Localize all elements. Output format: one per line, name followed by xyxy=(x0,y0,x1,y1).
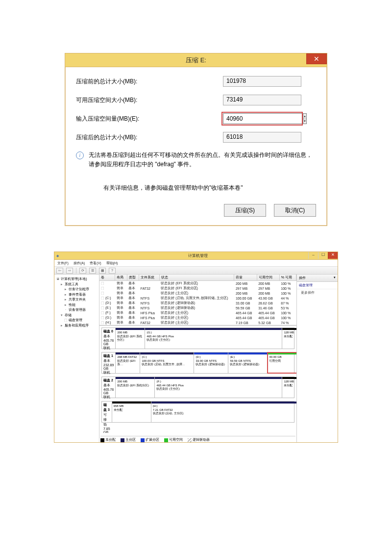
col-fs[interactable]: 文件系统 xyxy=(139,275,160,281)
dm-titlebar: ◆ 计算机管理 – ☐ ✕ xyxy=(54,252,338,260)
volume-list: 卷 布局 类型 文件系统 状态 容量 可用空间 % 可用 简单基本状态良好 (E… xyxy=(99,275,296,326)
col-cap[interactable]: 容量 xyxy=(234,275,257,281)
menu-view[interactable]: 查看(V) xyxy=(90,261,101,266)
partition[interactable]: (C:)100.00 GB NTFS状态良好 (启动, 页面文件, 故障… xyxy=(140,353,194,373)
tree-disk-management[interactable]: ⬚磁盘管理 xyxy=(56,318,98,323)
legend-unalloc: 未分配 xyxy=(100,437,116,442)
tree-storage[interactable]: ▾存储 xyxy=(56,313,98,318)
row-total-after: 压缩后的总计大小(MB): 61018 xyxy=(76,132,316,143)
label-total-before: 压缩前的总计大小(MB): xyxy=(76,77,223,86)
disk-row: 磁盘 3可移动7.85 GB联机658 MB未分配(H:)7.21 GB FAT… xyxy=(101,401,294,423)
shrink-amount-input[interactable] xyxy=(223,113,303,124)
minimize-button[interactable]: – xyxy=(308,252,318,259)
info-text: 无法将卷压缩到超出任何不可移动的文件所在的点。有关完成该操作时间的详细信息，请参… xyxy=(89,151,316,169)
dm-toolbar: ⇦ ⇨ ⟳ ☰ ▦ ? xyxy=(54,267,338,275)
actions-section[interactable]: 磁盘管理 xyxy=(297,282,338,289)
legend-primary: 主分区 xyxy=(121,437,136,442)
table-row[interactable]: (C:)简单基本NTFS状态良好 (启动, 页面文件, 故障转储, 主分区)10… xyxy=(99,296,296,301)
legend-extended: 扩展分区 xyxy=(141,437,159,442)
tree-shared-folders[interactable]: ▸共享文件夹 xyxy=(56,297,98,303)
shrink-amount-spinner[interactable]: ▲ ▼ xyxy=(223,113,301,124)
partition[interactable]: (G:)465.44 GB HFS Plus状态良好 (主分区) xyxy=(145,328,282,349)
spinner-down-icon[interactable]: ▼ xyxy=(303,119,306,124)
col-type[interactable]: 类型 xyxy=(127,275,139,281)
info-row: i 无法将卷压缩到超出任何不可移动的文件所在的点。有关完成该操作时间的详细信息，… xyxy=(76,151,316,169)
table-row[interactable]: 简单基本状态良好 (主分区)200 MB200 MB100 % xyxy=(99,291,296,296)
table-row[interactable]: (G:)简单基本HFS Plus状态良好 (主分区)465.44 GB465.4… xyxy=(99,315,296,320)
toolbar-back-icon[interactable]: ⇦ xyxy=(56,268,63,274)
col-status[interactable]: 状态 xyxy=(159,275,234,281)
disk-row: 磁盘 0基本465.76 GB联机200 MB状态良好 (EFI 系统分区)(G… xyxy=(101,328,294,349)
table-row[interactable]: (E:)简单基本NTFS状态良好 (逻辑驱动器)59.59 GB31.46 GB… xyxy=(99,305,296,310)
tree-services[interactable]: ▸服务和应用程序 xyxy=(56,323,98,328)
tree-root[interactable]: 🖥计算机管理(本地) xyxy=(56,277,98,282)
legend-logical: 逻辑驱动器 xyxy=(188,437,210,442)
volume-header-row: 卷 布局 类型 文件系统 状态 容量 可用空间 % 可用 xyxy=(99,275,296,281)
table-row[interactable]: (D:)简单基本NTFS状态良好 (逻辑驱动器)33.00 GB28.62 GB… xyxy=(99,301,296,305)
partition[interactable]: 128 MB未分配 xyxy=(282,377,296,398)
col-free[interactable]: 可用空间 xyxy=(257,275,279,281)
window-controls: – ☐ ✕ xyxy=(308,252,338,259)
toolbar-refresh-icon[interactable]: ⟳ xyxy=(79,268,86,274)
table-row[interactable]: 简单基本状态良好 (EFI 系统分区)200 MB200 MB100 % xyxy=(99,281,296,286)
table-row[interactable]: (H:)简单基本FAT32状态良好 (主分区)7.19 GB5.32 GB74 … xyxy=(99,320,296,325)
table-row[interactable]: (F:)简单基本HFS Plus状态良好 (主分区)465.44 GB465.4… xyxy=(99,310,296,315)
tree-performance[interactable]: ▸性能 xyxy=(56,303,98,308)
toolbar-forward-icon[interactable]: ⇨ xyxy=(66,268,73,274)
spinner-arrows[interactable]: ▲ ▼ xyxy=(303,113,307,124)
row-total-before: 压缩前的总计大小(MB): 101978 xyxy=(76,76,316,87)
partition[interactable]: 658 MB未分配 xyxy=(112,402,151,422)
label-total-after: 压缩后的总计大小(MB): xyxy=(76,133,223,142)
col-pct[interactable]: % 可用 xyxy=(279,275,296,281)
dialog-titlebar: 压缩 E: ✕ xyxy=(65,53,327,67)
menu-file[interactable]: 文件(F) xyxy=(57,261,69,266)
spinner-up-icon[interactable]: ▲ xyxy=(303,114,306,119)
label-enter-amount: 输入压缩空间量(MB)(E): xyxy=(76,115,223,123)
row-enter-amount: 输入压缩空间量(MB)(E): ▲ ▼ xyxy=(76,113,316,124)
disk-label: 磁盘 2基本465.76 GB联机 xyxy=(102,377,116,398)
partition[interactable]: (E:)59.59 GB NTFS状态良好 (逻辑驱动器) xyxy=(228,353,268,373)
partition[interactable]: (H:)7.21 GB FAT32状态良好 (活动, 主分区) xyxy=(151,402,296,422)
cancel-button[interactable]: 取消(C) xyxy=(274,204,316,217)
partition[interactable]: 40.00 GB可用空间 xyxy=(268,353,296,373)
maximize-button[interactable]: ☐ xyxy=(318,252,328,259)
disk-label: 磁盘 1基本232.89 GB联机 xyxy=(102,353,116,373)
col-layout[interactable]: 布局 xyxy=(115,275,127,281)
toolbar-help-icon[interactable]: ? xyxy=(109,268,116,274)
dm-menu: 文件(F) 操作(A) 查看(V) 帮助(H) xyxy=(54,260,338,267)
col-vol[interactable]: 卷 xyxy=(99,275,115,281)
tree-task-scheduler[interactable]: ▸任务计划程序 xyxy=(56,287,98,292)
value-available: 73149 xyxy=(223,95,301,105)
menu-help[interactable]: 帮助(H) xyxy=(106,261,118,266)
partition[interactable]: (D:)33.00 GB NTFS状态良好 (逻辑驱动器) xyxy=(194,353,228,373)
value-total-after: 61018 xyxy=(223,132,301,143)
actions-more[interactable]: 更多操作 xyxy=(297,289,338,296)
close-button[interactable]: ✕ xyxy=(328,252,338,259)
disk-row: 磁盘 1基本232.89 GB联机298 MB FAT32状态良好 (EFI 系… xyxy=(101,352,294,374)
tree-system-tools[interactable]: ▸系统工具 xyxy=(56,282,98,287)
actions-header: 操作▾ xyxy=(297,275,338,282)
toolbar-separator xyxy=(76,268,76,274)
partition[interactable]: 200 MB状态良好 (EFI 系统分区) xyxy=(116,377,155,398)
disk-row: 磁盘 2基本465.76 GB联机200 MB状态良好 (EFI 系统分区)(F… xyxy=(101,377,294,398)
disk-management-window: ◆ 计算机管理 – ☐ ✕ 文件(F) 操作(A) 查看(V) 帮助(H) ⇦ … xyxy=(54,252,338,443)
table-row[interactable]: 简单基本FAT32状态良好 (EFI 系统分区)297 MB297 MB100 … xyxy=(99,286,296,291)
dm-body: 🖥计算机管理(本地) ▸系统工具 ▸任务计划程序 ▸事件查看器 ▸共享文件夹 ▸… xyxy=(54,275,338,443)
row-available: 可用压缩空间大小(MB): 73149 xyxy=(76,95,316,105)
value-total-before: 101978 xyxy=(223,76,301,87)
partition[interactable]: 298 MB FAT32状态良好 (EFI 系… xyxy=(116,353,140,373)
partition[interactable]: 128 MB未分配 xyxy=(282,328,296,349)
chevron-down-icon[interactable]: ▾ xyxy=(334,276,336,280)
tree-event-viewer[interactable]: ▸事件查看器 xyxy=(56,292,98,298)
shrink-button[interactable]: 压缩(S) xyxy=(224,204,266,217)
actions-pane: 操作▾ 磁盘管理 更多操作 xyxy=(296,275,338,443)
close-button[interactable]: ✕ xyxy=(306,53,327,64)
partition[interactable]: (F:)465.44 GB HFS Plus状态良好 (主分区) xyxy=(155,377,282,398)
menu-action[interactable]: 操作(A) xyxy=(74,261,85,266)
disk-label: 磁盘 0基本465.76 GB联机 xyxy=(102,328,116,349)
partition[interactable]: 200 MB状态良好 (EFI 系统分区) xyxy=(116,328,145,349)
toolbar-properties-icon[interactable]: ▦ xyxy=(99,268,106,274)
tree-device-manager[interactable]: ·设备管理器 xyxy=(56,307,98,313)
dm-app-icon: ◆ xyxy=(56,254,59,258)
toolbar-list-icon[interactable]: ☰ xyxy=(89,268,96,274)
